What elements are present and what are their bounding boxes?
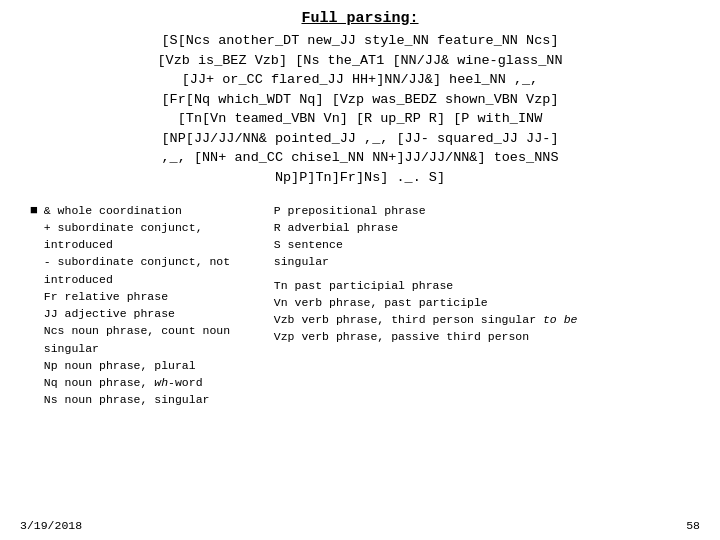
legend-right-group2: Tn past participial phrase Vn verb phras… bbox=[274, 277, 690, 346]
legend-item-np: Np noun phrase, plural bbox=[44, 359, 196, 372]
legend-item-ampersand: & whole coordination bbox=[44, 204, 182, 217]
legend-vzb: Vzb verb phrase, third person singular t… bbox=[274, 313, 578, 326]
main-text-line-4: [Fr[Nq which_WDT Nq] [Vzp was_BEDZ shown… bbox=[162, 92, 559, 107]
legend-item-ncs: Ncs noun phrase, count noun bbox=[44, 324, 230, 337]
legend-r: R adverbial phrase bbox=[274, 221, 398, 234]
main-text-line-8: Np]P]Tn]Fr]Ns] ._. S] bbox=[275, 170, 445, 185]
legend-s: S sentence bbox=[274, 238, 343, 251]
legend-item-plus-1: + subordinate conjunct, bbox=[44, 221, 203, 234]
legend-right-group1: P prepositional phrase R adverbial phras… bbox=[274, 202, 690, 271]
legend-item-singular: singular bbox=[44, 342, 99, 355]
main-text-line-3: [JJ+ or_CC flared_JJ HH+]NN/JJ&] heel_NN… bbox=[182, 72, 538, 87]
legend-right: P prepositional phrase R adverbial phras… bbox=[274, 202, 690, 409]
main-text-line-6: [NP[JJ/JJ/NN& pointed_JJ ,_, [JJ- square… bbox=[162, 131, 559, 146]
main-text-line-5: [Tn[Vn teamed_VBN Vn] [R up_RP R] [P wit… bbox=[178, 111, 543, 126]
main-text-block: [S[Ncs another_DT new_JJ style_NN featur… bbox=[30, 31, 690, 188]
main-text-line-7: ,_, [NN+ and_CC chisel_NN NN+]JJ/JJ/NN&]… bbox=[162, 150, 559, 165]
page: Full parsing: [S[Ncs another_DT new_JJ s… bbox=[0, 0, 720, 540]
legend-p: P prepositional phrase bbox=[274, 204, 426, 217]
legend-bullet: ■ bbox=[30, 203, 38, 218]
legend-tn: Tn past participial phrase bbox=[274, 279, 453, 292]
legend-to-be: to be bbox=[543, 313, 578, 326]
legend-item-minus: - subordinate conjunct, not bbox=[44, 255, 230, 268]
legend-item-ns: Ns noun phrase, singular bbox=[44, 393, 210, 406]
legend-left-text: & whole coordination + subordinate conju… bbox=[44, 202, 264, 409]
legend-item-fr: Fr relative phrase bbox=[44, 290, 168, 303]
legend-item-introduced-1: introduced bbox=[44, 238, 113, 251]
legend-vzp: Vzp verb phrase, passive third person bbox=[274, 330, 529, 343]
legend-item-introduced-2: introduced bbox=[44, 273, 113, 286]
legend-wh-italic: wh bbox=[154, 376, 168, 389]
legend-item-nq: Nq noun phrase, wh-word bbox=[44, 376, 203, 389]
footer-date: 3/19/2018 bbox=[20, 519, 82, 532]
legend-item-jj: JJ adjective phrase bbox=[44, 307, 175, 320]
legend-left: ■ & whole coordination + subordinate con… bbox=[30, 202, 264, 409]
footer-page-number: 58 bbox=[686, 519, 700, 532]
legend-vn: Vn verb phrase, past participle bbox=[274, 296, 488, 309]
main-text-line-1: [S[Ncs another_DT new_JJ style_NN featur… bbox=[162, 33, 559, 48]
page-title: Full parsing: bbox=[30, 10, 690, 27]
legend-singular: singular bbox=[274, 255, 329, 268]
legend-section: ■ & whole coordination + subordinate con… bbox=[30, 202, 690, 409]
main-text-line-2: [Vzb is_BEZ Vzb] [Ns the_AT1 [NN/JJ& win… bbox=[157, 53, 562, 68]
